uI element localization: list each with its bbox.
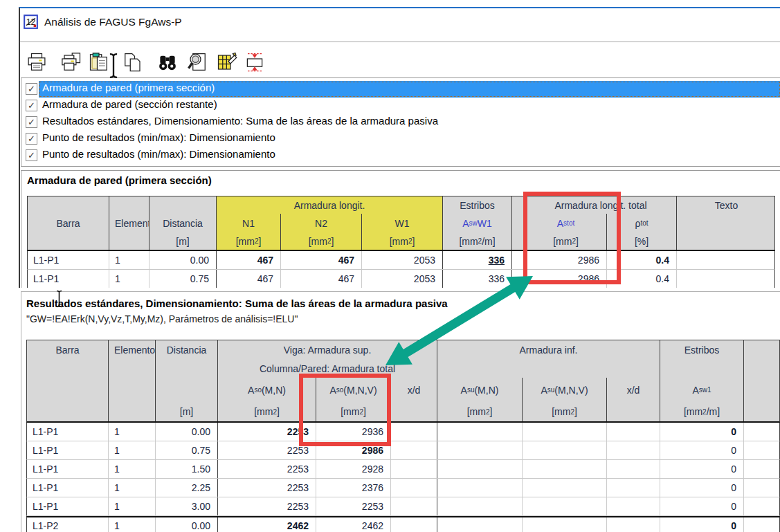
cell-xd [606, 517, 660, 532]
cell-elemento: 1 [108, 423, 155, 441]
unit-mm2: [mm2] [316, 402, 390, 421]
cell-xd [606, 441, 660, 459]
cell-aso-mn: 2253 [217, 423, 316, 441]
group-texto: Texto [676, 196, 776, 214]
list-item-label: Armadura de pared (sección restante) [42, 98, 217, 110]
app-icon: 12 [24, 15, 38, 29]
unit-mm2: [mm2] [525, 232, 606, 250]
screenshot-root: 12 Análisis de FAGUS FgAws-P [0, 0, 780, 532]
group-estribos: Estribos [442, 196, 511, 214]
cell-distancia: 0.00 [149, 251, 216, 269]
copy-icon[interactable] [123, 52, 143, 73]
cell-xd [390, 497, 437, 515]
cell-n2: 467 [280, 270, 361, 288]
group-columna-pared: Columna/Pared: Armadura total [217, 360, 437, 378]
cell-asu-mnv [522, 441, 606, 459]
col-aso-mn: Aso(M,N) [217, 378, 316, 402]
col-rho-tot: ρtot [606, 214, 676, 232]
col-asu-mn: Asu(M,N) [437, 378, 522, 402]
unit-m: [m] [155, 402, 217, 421]
fit-page-height-icon[interactable] [244, 52, 265, 73]
analysis-window: 12 Análisis de FAGUS FgAws-P [19, 7, 780, 288]
cell-texto [676, 251, 776, 269]
checkbox[interactable]: ✓ [26, 116, 37, 128]
cell-barra: L1-P1 [28, 251, 109, 269]
cell-barra: L1-P1 [27, 497, 108, 515]
col-barra: Barra [27, 340, 108, 360]
cell-distancia: 0.75 [155, 441, 217, 459]
cell-elemento: 1 [108, 441, 155, 459]
table-row: L1-P1 1 0.75 2253 2986 0 [26, 441, 780, 460]
cell-asu-mnv [522, 423, 606, 441]
col-asu-mnv: Asu(M,N,V) [522, 378, 606, 402]
list-item-armadura-restante[interactable]: ✓ Armadura de pared (sección restante) [21, 98, 780, 114]
cell-asw1: 0 [660, 517, 743, 532]
copy-to-clipboard-icon[interactable] [89, 52, 109, 73]
checkbox[interactable]: ✓ [26, 133, 37, 145]
cell-elemento: 1 [108, 497, 155, 515]
group-armadura-inf: Armadura inf. [437, 340, 660, 360]
cell-xd [606, 460, 660, 478]
find-icon[interactable] [157, 52, 178, 73]
cell-asu-mn [437, 423, 522, 441]
col-asw1: Asw1 [660, 378, 743, 402]
cell-barra: L1-P1 [27, 460, 108, 478]
col-astot: Astot [525, 214, 606, 232]
list-item-resultados-estandares[interactable]: ✓ Resultados estándares, Dimensionamient… [21, 114, 780, 131]
cell-asu-mn [437, 479, 522, 497]
cell-aso-mn: 2253 [217, 460, 316, 478]
cell-xd [390, 517, 437, 532]
group-armadura-longit: Armadura longit. [216, 196, 442, 214]
list-item-label: Punto de resultados (min/max): Dimension… [42, 148, 275, 160]
title-bar: 12 Análisis de FAGUS FgAws-P [20, 8, 780, 39]
col-n2: N2 [280, 214, 361, 232]
resultados-table: Barra Elemento Distancia Viga: Armadura … [26, 340, 780, 532]
cell-asu-mnv [522, 517, 606, 532]
col-elemento: Elemento [108, 340, 155, 360]
check-icon: ✓ [28, 134, 35, 143]
cell-distancia: 0.00 [155, 423, 217, 441]
col-distancia: Distancia [149, 214, 216, 232]
check-icon: ✓ [28, 118, 35, 127]
col-xd: x/d [390, 378, 437, 402]
check-icon: ✓ [28, 101, 35, 110]
cell-asw1: 0 [660, 460, 743, 478]
cell-asu-mn [437, 460, 522, 478]
cell-barra: L1-P1 [27, 423, 108, 441]
cell-elemento: 1 [108, 460, 155, 478]
cell-w1: 2053 [361, 251, 442, 269]
check-icon: ✓ [28, 84, 35, 93]
list-item-label: Resultados estándares, Dimensionamiento:… [42, 115, 438, 127]
cell-distancia: 3.00 [155, 497, 217, 515]
zoom-page-icon[interactable] [187, 52, 208, 73]
list-item-punto-resultados-1[interactable]: ✓ Punto de resultados (min/max): Dimensi… [21, 131, 780, 147]
print-icon[interactable] [26, 52, 47, 73]
print-options-icon[interactable] [61, 52, 82, 73]
cell-aso-mnv: 2376 [316, 479, 390, 497]
unit-mm2m: [mm2/m] [660, 402, 743, 421]
cell-xd [606, 479, 660, 497]
cell-asw: 336 [442, 270, 511, 288]
cell-xd [606, 423, 660, 441]
group-estribos: Estribos [660, 340, 743, 360]
cell-xd [390, 423, 437, 441]
cell-asu-mnv [522, 460, 606, 478]
edit-output-icon[interactable] [217, 52, 237, 73]
table-row: L1-P2 1 0.00 2462 2462 0 [26, 516, 780, 532]
col-asw-w1: Asw W1 [442, 214, 511, 232]
list-item-punto-resultados-2[interactable]: ✓ Punto de resultados (min/max): Dimensi… [21, 147, 780, 164]
armadura-pared-table: Armadura longit. Estribos Armadura longi… [27, 196, 775, 288]
checkbox[interactable]: ✓ [26, 83, 37, 95]
cell-aso-mn: 2253 [217, 441, 316, 459]
cell-elemento: 1 [108, 479, 155, 497]
cell-rho: 0.4 [606, 270, 676, 288]
unit-m: [m] [149, 232, 216, 250]
list-item-armadura-primera[interactable]: ✓ Armadura de pared (primera sección) [21, 81, 780, 98]
col-w1: W1 [361, 214, 442, 232]
checkbox[interactable]: ✓ [26, 100, 37, 111]
cell-distancia: 0.00 [155, 517, 217, 532]
cell-asw: 336 [442, 251, 511, 269]
cell-asu-mnv [522, 479, 606, 497]
checkbox[interactable]: ✓ [26, 149, 37, 161]
cell-texto [676, 270, 776, 288]
